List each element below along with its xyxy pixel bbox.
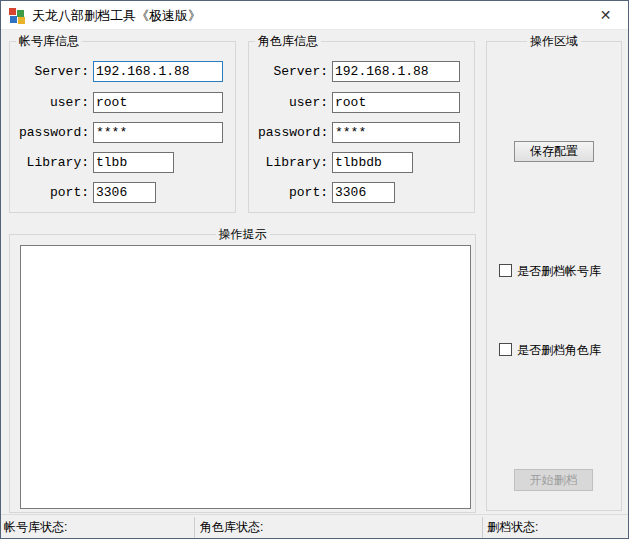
status-account-db: 帐号库状态: <box>4 515 67 539</box>
status-delete: 删档状态: <box>487 515 538 539</box>
group-account-db-title: 帐号库信息 <box>16 34 82 48</box>
account-library-label: Library: <box>19 152 89 173</box>
role-server-input[interactable] <box>332 61 460 82</box>
statusbar-divider <box>194 517 195 538</box>
group-operation-area-title: 操作区域 <box>527 34 581 48</box>
checkbox-delete-role-row[interactable]: 是否删档角色库 <box>499 343 619 357</box>
role-library-input[interactable] <box>332 152 413 173</box>
save-config-button[interactable]: 保存配置 <box>514 141 594 162</box>
role-port-label: port: <box>258 182 328 203</box>
account-port-input[interactable] <box>93 182 156 203</box>
statusbar-divider <box>482 517 483 538</box>
account-password-label: password: <box>19 122 89 143</box>
role-user-label: user: <box>258 92 328 113</box>
role-server-label: Server: <box>258 61 328 82</box>
window-title: 天龙八部删档工具《极速版》 <box>32 1 201 30</box>
tips-output-panel[interactable] <box>20 245 471 509</box>
account-server-label: Server: <box>19 61 89 82</box>
account-user-input[interactable] <box>93 92 223 113</box>
account-server-input[interactable] <box>93 61 223 82</box>
role-library-label: Library: <box>258 152 328 173</box>
status-role-db: 角色库状态: <box>200 515 263 539</box>
checkbox-delete-account-box[interactable] <box>499 264 512 277</box>
role-port-input[interactable] <box>332 182 395 203</box>
group-tips-title: 操作提示 <box>216 227 270 241</box>
start-delete-button[interactable]: 开始删档 <box>514 469 593 491</box>
group-tips: 操作提示 <box>9 234 476 513</box>
group-role-db-title: 角色库信息 <box>255 34 321 48</box>
account-port-label: port: <box>19 182 89 203</box>
role-password-input[interactable] <box>332 122 460 143</box>
role-password-label: password: <box>258 122 328 143</box>
close-icon[interactable]: ✕ <box>583 1 628 30</box>
status-bar: 帐号库状态: 角色库状态: 删档状态: <box>1 514 628 539</box>
app-icon <box>9 8 25 24</box>
app-window: 天龙八部删档工具《极速版》 ✕ 帐号库信息 Server: user: pass… <box>0 0 629 539</box>
account-library-input[interactable] <box>93 152 174 173</box>
account-user-label: user: <box>19 92 89 113</box>
checkbox-delete-account-label: 是否删档帐号库 <box>517 264 601 278</box>
checkbox-delete-account-row[interactable]: 是否删档帐号库 <box>499 264 619 278</box>
checkbox-delete-role-box[interactable] <box>499 343 512 356</box>
checkbox-delete-role-label: 是否删档角色库 <box>517 343 601 357</box>
role-user-input[interactable] <box>332 92 460 113</box>
account-password-input[interactable] <box>93 122 223 143</box>
titlebar: 天龙八部删档工具《极速版》 ✕ <box>1 1 628 30</box>
